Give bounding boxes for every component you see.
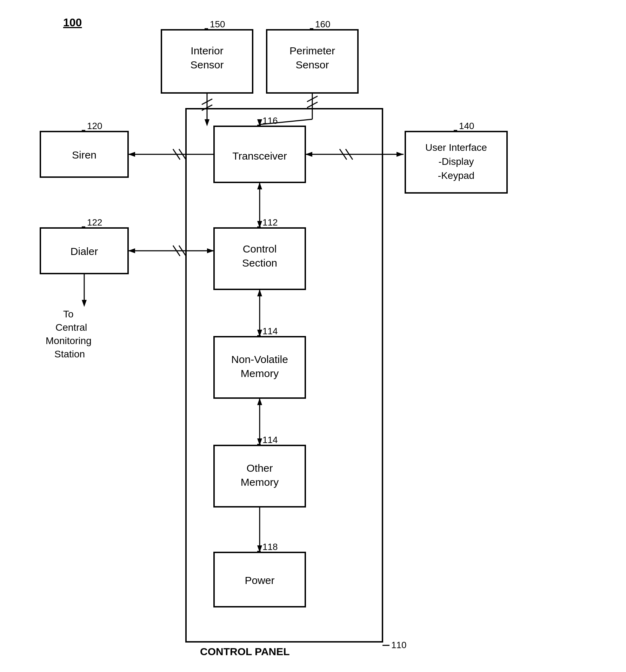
siren-ref: 120	[87, 121, 102, 131]
interior-sensor-label2: Sensor	[190, 59, 224, 70]
perimeter-sensor-ref: 160	[315, 19, 330, 29]
dialer-label: Dialer	[71, 246, 98, 257]
control-panel-label: CONTROL PANEL	[200, 646, 290, 657]
arrow-other-to-nvm	[257, 398, 262, 405]
nv-memory-ref: 114	[262, 326, 278, 336]
to-central-label3: Monitoring	[46, 335, 92, 346]
figure-number: 100	[63, 16, 82, 29]
perimeter-sensor-label2: Sensor	[295, 59, 329, 70]
control-panel-ref: 110	[391, 640, 406, 650]
control-section-ref: 112	[262, 217, 278, 228]
dialer-ref: 122	[87, 217, 102, 228]
arrow-ui-to-transceiver	[305, 152, 312, 157]
ui-ref: 140	[459, 121, 474, 131]
arrow-dialer-to-central	[82, 300, 87, 307]
arrow-transceiver-to-siren	[128, 152, 135, 157]
power-label: Power	[245, 574, 274, 586]
other-memory-ref: 114	[262, 435, 278, 445]
control-section-label1: Control	[243, 243, 277, 255]
arrow-dialer-to-control	[207, 248, 214, 253]
arrow-control-to-transceiver	[257, 182, 262, 189]
ui-label3: -Keypad	[438, 170, 474, 181]
diagram-container: 100 CONTROL PANEL 110 Interior Sensor 15…	[0, 0, 626, 672]
to-central-label4: Station	[54, 349, 85, 359]
perimeter-sensor-label1: Perimeter	[289, 45, 335, 56]
other-memory-label2: Memory	[241, 476, 279, 488]
arrow-control-to-dialer	[128, 248, 135, 253]
nv-memory-label2: Memory	[241, 368, 279, 379]
control-section-label2: Section	[242, 257, 277, 269]
interior-sensor-ref: 150	[210, 19, 225, 29]
ui-label2: -Display	[438, 156, 474, 167]
transceiver-label: Transceiver	[232, 150, 287, 162]
to-central-label: To	[63, 309, 74, 320]
interior-sensor-label1: Interior	[191, 45, 223, 56]
siren-label: Siren	[72, 149, 96, 161]
power-ref: 118	[262, 542, 278, 552]
nv-memory-label1: Non-Volatile	[231, 354, 288, 365]
arrow-transceiver-to-ui	[397, 152, 404, 157]
to-central-label2: Central	[55, 322, 87, 333]
arrow-nvm-to-control	[257, 289, 262, 296]
control-panel-box	[186, 109, 382, 642]
ui-label1: User Interface	[425, 142, 487, 153]
other-memory-label1: Other	[246, 462, 273, 474]
arrow-interior-to-transceiver	[205, 119, 209, 126]
